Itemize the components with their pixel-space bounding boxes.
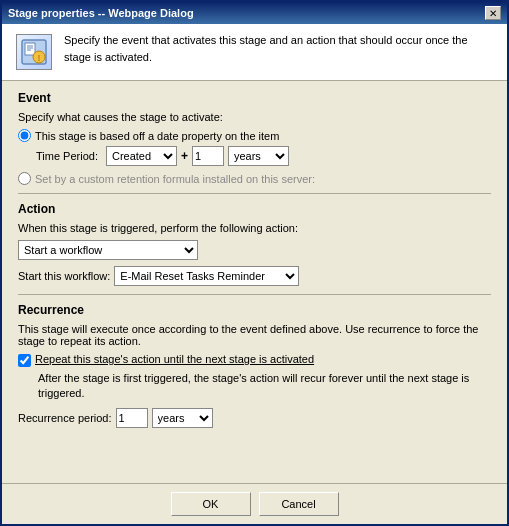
time-period-row: Time Period: Created Modified Due Date +… [36,146,491,166]
action-section-title: Action [18,202,491,216]
specify-label: Specify what causes the stage to activat… [18,111,491,123]
close-button[interactable]: ✕ [485,6,501,20]
recurrence-section-title: Recurrence [18,303,491,317]
radio-date-property-label: This stage is based off a date property … [35,130,279,142]
header-description: Specify the event that activates this st… [64,32,495,65]
ok-button[interactable]: OK [171,492,251,516]
action-select-row: Start a workflow Move to Recycle Bin Per… [18,240,491,260]
years-select[interactable]: days months years [228,146,289,166]
footer: OK Cancel [2,483,507,524]
recurrence-indent-text: After the stage is first triggered, the … [38,371,491,402]
offset-input[interactable] [192,146,224,166]
start-workflow-label: Start this workflow: [18,270,110,282]
workflow-select[interactable]: E-Mail Reset Tasks Reminder Approval Rev… [114,266,299,286]
header-icon-container: ! [14,32,54,72]
event-section-title: Event [18,91,491,105]
action-recurrence-divider [18,294,491,295]
recurrence-period-row: Recurrence period: days months years [18,408,491,428]
repeat-checkbox[interactable] [18,354,31,367]
repeat-checkbox-row: Repeat this stage's action until the nex… [18,353,491,367]
content-area: Event Specify what causes the stage to a… [2,81,507,483]
repeat-checkbox-label: Repeat this stage's action until the nex… [35,353,314,365]
svg-text:!: ! [38,53,41,63]
date-property-select[interactable]: Created Modified Due Date [106,146,177,166]
recurrence-period-label: Recurrence period: [18,412,112,424]
workflow-select-row: Start this workflow: E-Mail Reset Tasks … [18,266,491,286]
radio-date-property[interactable] [18,129,31,142]
cancel-button[interactable]: Cancel [259,492,339,516]
header-area: ! Specify the event that activates this … [2,24,507,81]
plus-sign: + [181,149,188,163]
title-bar: Stage properties -- Webpage Dialog ✕ [2,2,507,24]
recurrence-unit-select[interactable]: days months years [152,408,213,428]
when-triggered-label: When this stage is triggered, perform th… [18,222,491,234]
radio-formula-row: Set by a custom retention formula instal… [18,172,491,185]
action-select[interactable]: Start a workflow Move to Recycle Bin Per… [18,240,198,260]
radio-formula-label: Set by a custom retention formula instal… [35,173,315,185]
recurrence-period-input[interactable] [116,408,148,428]
dialog-title: Stage properties -- Webpage Dialog [8,7,194,19]
stage-properties-dialog: Stage properties -- Webpage Dialog ✕ ! S… [0,0,509,526]
recurrence-description: This stage will execute once according t… [18,323,491,347]
radio-formula[interactable] [18,172,31,185]
stage-icon: ! [16,34,52,70]
event-action-divider [18,193,491,194]
svg-rect-1 [25,43,35,55]
time-period-label: Time Period: [36,150,98,162]
radio-date-property-row: This stage is based off a date property … [18,129,491,142]
